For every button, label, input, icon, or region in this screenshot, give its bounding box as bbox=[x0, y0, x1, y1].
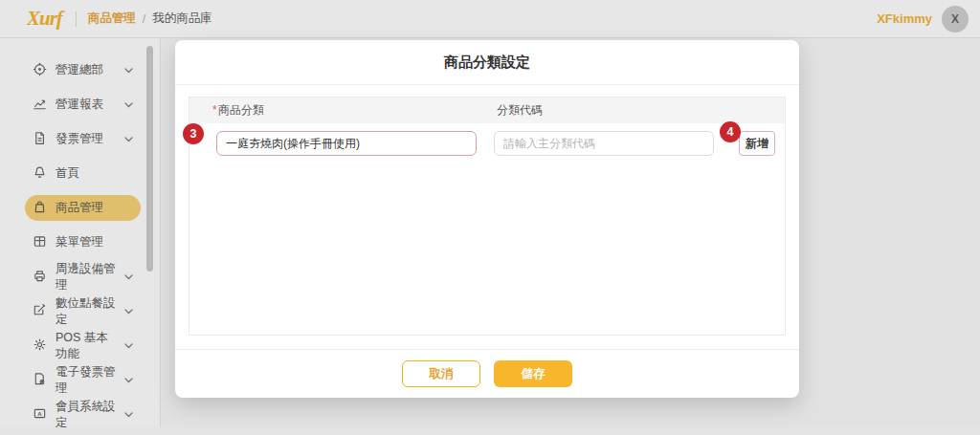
category-column-header: *商品分類 bbox=[189, 102, 494, 119]
category-name-input[interactable] bbox=[216, 131, 477, 156]
modal-footer: 取消 儲存 bbox=[175, 349, 799, 400]
step-badge-4: 4 bbox=[720, 121, 741, 142]
save-button[interactable]: 儲存 bbox=[494, 360, 572, 387]
category-code-input[interactable] bbox=[494, 131, 714, 156]
category-table: *商品分類 分類代碼 新增 bbox=[189, 97, 786, 336]
category-settings-modal: 商品分類設定 *商品分類 分類代碼 新增 取消 儲存 bbox=[175, 40, 799, 398]
add-button[interactable]: 新增 bbox=[739, 131, 775, 156]
category-input-row: 新增 bbox=[189, 123, 785, 163]
category-table-header: *商品分類 分類代碼 bbox=[189, 98, 785, 123]
code-column-header: 分類代碼 bbox=[494, 102, 785, 119]
cancel-button[interactable]: 取消 bbox=[402, 360, 480, 387]
required-asterisk: * bbox=[212, 103, 217, 117]
step-badge-3: 3 bbox=[183, 123, 204, 144]
modal-title: 商品分類設定 bbox=[175, 40, 799, 85]
